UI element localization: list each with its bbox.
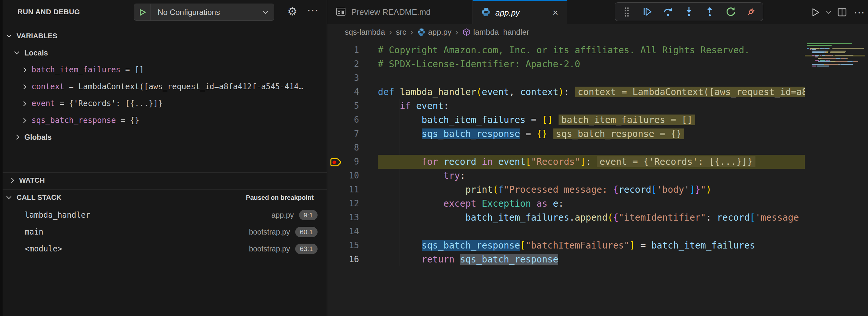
breadcrumb-item-app.py[interactable]: app.py (417, 28, 452, 37)
minimap-line (817, 57, 818, 57)
watch-section-title: WATCH (19, 176, 45, 185)
tab-app-py[interactable]: app.py × (473, 0, 567, 24)
gutter[interactable]: 16 (327, 252, 378, 266)
code-line-12[interactable]: 12 except Exception as e: (327, 197, 805, 211)
code-text: if event: (378, 99, 449, 113)
toolbar-drag-grip[interactable] (620, 5, 633, 18)
disconnect-button[interactable] (745, 5, 758, 18)
minimap-line (826, 60, 828, 61)
code-line-7[interactable]: 7 sqs_batch_response = {}sqs_batch_respo… (327, 127, 805, 141)
variable-name: batch_item_failures (31, 65, 121, 74)
variables-scope-globals[interactable]: Globals (3, 129, 327, 146)
restart-button[interactable] (724, 5, 737, 18)
minimap-line (810, 49, 811, 50)
gutter[interactable]: 3 (327, 71, 378, 85)
editor-region: Preview README.md app.py × (327, 0, 868, 316)
code-line-2[interactable]: 2# SPDX-License-Identifier: Apache-2.0 (327, 57, 805, 71)
more-actions-icon[interactable]: ⋯ (307, 4, 319, 16)
step-out-button[interactable] (703, 5, 716, 18)
run-dropdown-chevron-icon[interactable] (827, 10, 830, 14)
variable-row-sqs_batch_response[interactable]: sqs_batch_response = {} (3, 112, 327, 129)
editor-actions: ⋯ (810, 0, 865, 24)
stack-frame-module[interactable]: <module>bootstrap.py63:1 (3, 241, 327, 257)
gutter[interactable]: 15 (327, 239, 378, 252)
gutter[interactable]: 10 (327, 169, 378, 183)
variables-scope-locals[interactable]: Locals (3, 44, 327, 61)
variable-row-context[interactable]: context = LambdaContext([aws_request_id=… (3, 78, 327, 95)
tab-title: Preview README.md (351, 7, 431, 17)
frame-file: bootstrap.py (249, 245, 290, 253)
code-line-10[interactable]: 10 try: (327, 169, 805, 183)
code-line-1[interactable]: 1# Copyright Amazon.com, Inc. or its aff… (327, 43, 805, 57)
chevron-down-icon (7, 33, 11, 39)
breadcrumb-item-src[interactable]: src (396, 28, 406, 37)
variable-row-event[interactable]: event = {'Records': [{...}]} (3, 95, 327, 112)
code-line-16[interactable]: 16 return sqs_batch_response (327, 252, 805, 266)
tab-title: app.py (495, 8, 520, 18)
gutter[interactable]: 4 (327, 85, 378, 99)
line-number: 13 (349, 211, 359, 224)
run-python-file-button[interactable] (810, 7, 820, 18)
minimap-line (815, 57, 817, 57)
debug-configuration-label: No Configurations (151, 8, 264, 17)
call-stack-list: lambda_handlerapp.py9:1mainbootstrap.py6… (3, 207, 327, 257)
code-line-9[interactable]: 9 for record in event["Records"]:event =… (327, 155, 805, 169)
code-line-6[interactable]: 6 batch_item_failures = []batch_item_fai… (327, 113, 805, 127)
more-actions-icon[interactable]: ⋯ (854, 7, 865, 18)
code-line-14[interactable]: 14 (327, 224, 805, 239)
line-number: 14 (349, 224, 359, 239)
call-stack-section-header[interactable]: CALL STACK Paused on breakpoint (3, 190, 327, 206)
minimap-line (815, 49, 816, 50)
variable-row-batch_item_failures[interactable]: batch_item_failures = [] (3, 61, 327, 78)
code-line-11[interactable]: 11 print(f"Processed message: {record['b… (327, 183, 805, 197)
line-number: 10 (349, 169, 359, 183)
variables-section-title: VARIABLES (17, 32, 57, 40)
gutter[interactable]: 7 (327, 127, 378, 141)
tab-preview-readme[interactable]: Preview README.md (327, 0, 473, 24)
watch-section-header[interactable]: WATCH (3, 172, 327, 188)
variables-section-header[interactable]: VARIABLES (3, 28, 327, 44)
gutter[interactable]: 11 (327, 183, 378, 197)
breadcrumb-item-lambda_handler[interactable]: lambda_handler (462, 28, 529, 37)
gutter[interactable]: 9 (327, 155, 378, 169)
minimap-line (830, 52, 845, 53)
debug-configuration-dropdown[interactable]: No Configurations (134, 4, 274, 21)
step-into-button[interactable] (682, 5, 695, 18)
split-editor-button[interactable] (837, 7, 847, 18)
code-line-13[interactable]: 13 batch_item_failures.append({"itemIden… (327, 211, 805, 224)
gutter[interactable]: 2 (327, 57, 378, 71)
gutter[interactable]: 8 (327, 141, 378, 155)
chevron-down-icon (7, 195, 11, 200)
code-line-3[interactable]: 3 (327, 71, 805, 85)
code-line-8[interactable]: 8 (327, 141, 805, 155)
breakpoint-paused-icon[interactable] (330, 156, 342, 169)
step-over-button[interactable] (662, 5, 675, 18)
breadcrumb-label: app.py (428, 28, 452, 37)
gutter[interactable]: 1 (327, 43, 378, 57)
close-tab-icon[interactable]: × (547, 7, 558, 18)
start-debug-icon[interactable] (134, 4, 151, 21)
gutter[interactable]: 13 (327, 211, 378, 224)
stack-frame-lambda_handler[interactable]: lambda_handlerapp.py9:1 (3, 207, 327, 224)
method-icon (462, 28, 471, 36)
code-text: print(f"Processed message: {record['body… (378, 183, 711, 197)
code-line-5[interactable]: 5 if event: (327, 99, 805, 113)
code-text: def lambda_handler(event, context):conte… (378, 85, 805, 99)
code-line-15[interactable]: 15 sqs_batch_response["batchItemFailures… (327, 239, 805, 252)
minimap-line (812, 66, 816, 66)
gutter[interactable]: 12 (327, 197, 378, 211)
code-editor[interactable]: 1# Copyright Amazon.com, Inc. or its aff… (327, 40, 805, 316)
gutter[interactable]: 5 (327, 99, 378, 113)
gutter[interactable]: 6 (327, 113, 378, 127)
minimap[interactable] (805, 40, 868, 316)
minimap-line (825, 64, 838, 65)
stack-frame-main[interactable]: mainbootstrap.py60:1 (3, 224, 327, 241)
gear-icon[interactable]: ⚙ (287, 6, 297, 17)
line-number: 3 (354, 71, 359, 85)
minimap-line (824, 48, 829, 49)
breadcrumb-item-sqs-lambda[interactable]: sqs-lambda (345, 28, 385, 37)
line-number: 1 (354, 43, 359, 57)
continue-button[interactable] (641, 5, 654, 18)
gutter[interactable]: 14 (327, 224, 378, 239)
code-line-4[interactable]: 4def lambda_handler(event, context):cont… (327, 85, 805, 99)
